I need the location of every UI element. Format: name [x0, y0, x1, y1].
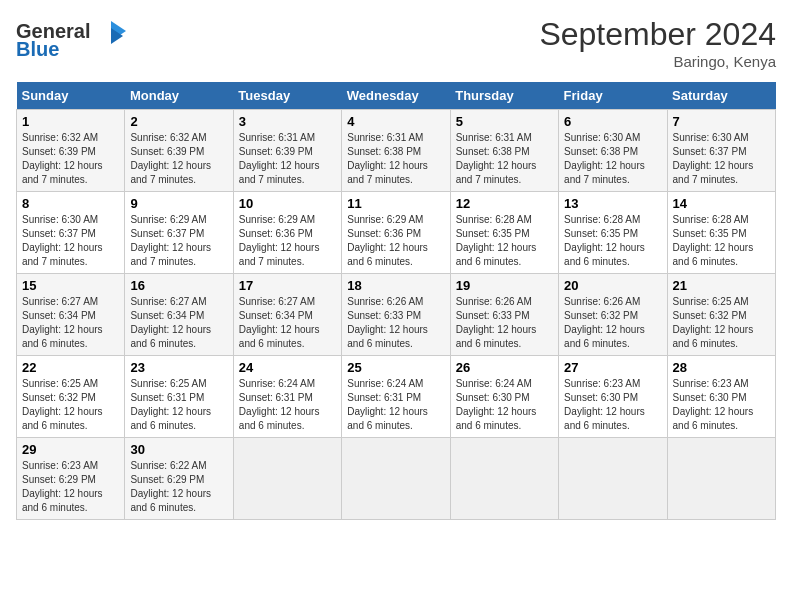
day-info: Sunrise: 6:31 AM Sunset: 6:38 PM Dayligh…	[456, 131, 553, 187]
calendar-cell: 27 Sunrise: 6:23 AM Sunset: 6:30 PM Dayl…	[559, 356, 667, 438]
day-number: 15	[22, 278, 119, 293]
col-header-sunday: Sunday	[17, 82, 125, 110]
calendar-cell: 15 Sunrise: 6:27 AM Sunset: 6:34 PM Dayl…	[17, 274, 125, 356]
calendar-cell: 25 Sunrise: 6:24 AM Sunset: 6:31 PM Dayl…	[342, 356, 450, 438]
day-info: Sunrise: 6:29 AM Sunset: 6:37 PM Dayligh…	[130, 213, 227, 269]
calendar-cell: 5 Sunrise: 6:31 AM Sunset: 6:38 PM Dayli…	[450, 110, 558, 192]
day-number: 10	[239, 196, 336, 211]
header: General Blue September 2024 Baringo, Ken…	[16, 16, 776, 70]
day-number: 1	[22, 114, 119, 129]
day-info: Sunrise: 6:28 AM Sunset: 6:35 PM Dayligh…	[564, 213, 661, 269]
calendar-cell	[233, 438, 341, 520]
day-info: Sunrise: 6:25 AM Sunset: 6:32 PM Dayligh…	[673, 295, 770, 351]
calendar-cell: 8 Sunrise: 6:30 AM Sunset: 6:37 PM Dayli…	[17, 192, 125, 274]
day-info: Sunrise: 6:30 AM Sunset: 6:38 PM Dayligh…	[564, 131, 661, 187]
day-number: 20	[564, 278, 661, 293]
day-number: 21	[673, 278, 770, 293]
day-number: 8	[22, 196, 119, 211]
day-number: 28	[673, 360, 770, 375]
calendar-cell: 29 Sunrise: 6:23 AM Sunset: 6:29 PM Dayl…	[17, 438, 125, 520]
day-info: Sunrise: 6:23 AM Sunset: 6:30 PM Dayligh…	[673, 377, 770, 433]
day-info: Sunrise: 6:24 AM Sunset: 6:30 PM Dayligh…	[456, 377, 553, 433]
day-number: 11	[347, 196, 444, 211]
calendar-cell: 6 Sunrise: 6:30 AM Sunset: 6:38 PM Dayli…	[559, 110, 667, 192]
day-number: 17	[239, 278, 336, 293]
title-block: September 2024 Baringo, Kenya	[539, 16, 776, 70]
day-info: Sunrise: 6:32 AM Sunset: 6:39 PM Dayligh…	[130, 131, 227, 187]
day-number: 7	[673, 114, 770, 129]
day-number: 29	[22, 442, 119, 457]
calendar-cell: 26 Sunrise: 6:24 AM Sunset: 6:30 PM Dayl…	[450, 356, 558, 438]
day-info: Sunrise: 6:28 AM Sunset: 6:35 PM Dayligh…	[456, 213, 553, 269]
day-info: Sunrise: 6:27 AM Sunset: 6:34 PM Dayligh…	[22, 295, 119, 351]
calendar-cell: 16 Sunrise: 6:27 AM Sunset: 6:34 PM Dayl…	[125, 274, 233, 356]
col-header-thursday: Thursday	[450, 82, 558, 110]
calendar-cell: 22 Sunrise: 6:25 AM Sunset: 6:32 PM Dayl…	[17, 356, 125, 438]
calendar-cell: 17 Sunrise: 6:27 AM Sunset: 6:34 PM Dayl…	[233, 274, 341, 356]
col-header-friday: Friday	[559, 82, 667, 110]
day-info: Sunrise: 6:23 AM Sunset: 6:30 PM Dayligh…	[564, 377, 661, 433]
day-number: 22	[22, 360, 119, 375]
calendar-cell: 13 Sunrise: 6:28 AM Sunset: 6:35 PM Dayl…	[559, 192, 667, 274]
col-header-tuesday: Tuesday	[233, 82, 341, 110]
day-info: Sunrise: 6:29 AM Sunset: 6:36 PM Dayligh…	[239, 213, 336, 269]
day-info: Sunrise: 6:31 AM Sunset: 6:39 PM Dayligh…	[239, 131, 336, 187]
calendar-cell: 20 Sunrise: 6:26 AM Sunset: 6:32 PM Dayl…	[559, 274, 667, 356]
calendar-cell: 12 Sunrise: 6:28 AM Sunset: 6:35 PM Dayl…	[450, 192, 558, 274]
svg-text:Blue: Blue	[16, 38, 59, 60]
day-number: 5	[456, 114, 553, 129]
day-number: 27	[564, 360, 661, 375]
col-header-wednesday: Wednesday	[342, 82, 450, 110]
day-info: Sunrise: 6:24 AM Sunset: 6:31 PM Dayligh…	[347, 377, 444, 433]
calendar-cell: 14 Sunrise: 6:28 AM Sunset: 6:35 PM Dayl…	[667, 192, 775, 274]
day-number: 19	[456, 278, 553, 293]
day-info: Sunrise: 6:26 AM Sunset: 6:33 PM Dayligh…	[347, 295, 444, 351]
calendar-cell: 11 Sunrise: 6:29 AM Sunset: 6:36 PM Dayl…	[342, 192, 450, 274]
day-info: Sunrise: 6:30 AM Sunset: 6:37 PM Dayligh…	[673, 131, 770, 187]
day-info: Sunrise: 6:32 AM Sunset: 6:39 PM Dayligh…	[22, 131, 119, 187]
location: Baringo, Kenya	[539, 53, 776, 70]
day-number: 26	[456, 360, 553, 375]
calendar-cell	[667, 438, 775, 520]
day-number: 9	[130, 196, 227, 211]
day-number: 3	[239, 114, 336, 129]
calendar-cell: 4 Sunrise: 6:31 AM Sunset: 6:38 PM Dayli…	[342, 110, 450, 192]
page-container: General Blue September 2024 Baringo, Ken…	[16, 16, 776, 520]
day-number: 2	[130, 114, 227, 129]
col-header-saturday: Saturday	[667, 82, 775, 110]
day-info: Sunrise: 6:27 AM Sunset: 6:34 PM Dayligh…	[239, 295, 336, 351]
day-number: 23	[130, 360, 227, 375]
calendar-cell: 10 Sunrise: 6:29 AM Sunset: 6:36 PM Dayl…	[233, 192, 341, 274]
month-title: September 2024	[539, 16, 776, 53]
calendar-cell: 30 Sunrise: 6:22 AM Sunset: 6:29 PM Dayl…	[125, 438, 233, 520]
calendar-table: SundayMondayTuesdayWednesdayThursdayFrid…	[16, 82, 776, 520]
day-number: 14	[673, 196, 770, 211]
calendar-cell	[342, 438, 450, 520]
day-number: 12	[456, 196, 553, 211]
day-info: Sunrise: 6:25 AM Sunset: 6:31 PM Dayligh…	[130, 377, 227, 433]
day-number: 13	[564, 196, 661, 211]
day-info: Sunrise: 6:26 AM Sunset: 6:33 PM Dayligh…	[456, 295, 553, 351]
calendar-cell: 19 Sunrise: 6:26 AM Sunset: 6:33 PM Dayl…	[450, 274, 558, 356]
day-info: Sunrise: 6:26 AM Sunset: 6:32 PM Dayligh…	[564, 295, 661, 351]
day-number: 6	[564, 114, 661, 129]
calendar-cell: 18 Sunrise: 6:26 AM Sunset: 6:33 PM Dayl…	[342, 274, 450, 356]
calendar-cell	[450, 438, 558, 520]
day-info: Sunrise: 6:23 AM Sunset: 6:29 PM Dayligh…	[22, 459, 119, 515]
day-info: Sunrise: 6:30 AM Sunset: 6:37 PM Dayligh…	[22, 213, 119, 269]
calendar-cell: 1 Sunrise: 6:32 AM Sunset: 6:39 PM Dayli…	[17, 110, 125, 192]
day-info: Sunrise: 6:27 AM Sunset: 6:34 PM Dayligh…	[130, 295, 227, 351]
calendar-cell	[559, 438, 667, 520]
day-number: 18	[347, 278, 444, 293]
calendar-cell: 9 Sunrise: 6:29 AM Sunset: 6:37 PM Dayli…	[125, 192, 233, 274]
logo: General Blue	[16, 16, 126, 65]
day-number: 30	[130, 442, 227, 457]
day-info: Sunrise: 6:31 AM Sunset: 6:38 PM Dayligh…	[347, 131, 444, 187]
day-number: 16	[130, 278, 227, 293]
day-info: Sunrise: 6:22 AM Sunset: 6:29 PM Dayligh…	[130, 459, 227, 515]
calendar-cell: 21 Sunrise: 6:25 AM Sunset: 6:32 PM Dayl…	[667, 274, 775, 356]
day-number: 24	[239, 360, 336, 375]
day-info: Sunrise: 6:29 AM Sunset: 6:36 PM Dayligh…	[347, 213, 444, 269]
day-info: Sunrise: 6:28 AM Sunset: 6:35 PM Dayligh…	[673, 213, 770, 269]
calendar-cell: 28 Sunrise: 6:23 AM Sunset: 6:30 PM Dayl…	[667, 356, 775, 438]
